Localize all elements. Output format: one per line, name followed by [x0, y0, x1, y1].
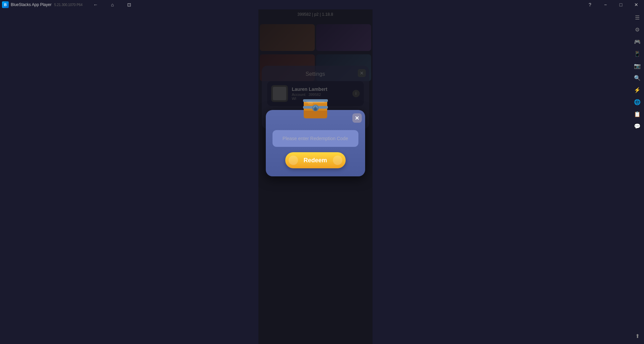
- sidebar-icon-1[interactable]: ☰: [632, 12, 643, 23]
- chest-icon-container: [299, 92, 332, 122]
- sidebar-icon-9[interactable]: 📋: [632, 109, 643, 119]
- window-controls: ? − □ ✕: [582, 0, 644, 9]
- sidebar-icon-2[interactable]: ⚙: [632, 24, 643, 35]
- game-thumb-2: [316, 24, 371, 51]
- user-name: Lauren Lambert: [292, 87, 348, 92]
- svg-point-10: [308, 102, 313, 105]
- game-area: 399582 | p2 | 1.18.8 Settings ✕ Lauren L…: [0, 9, 631, 344]
- sidebar-icon-10[interactable]: 💬: [632, 121, 643, 131]
- redemption-dialog: ✕ Redeem: [266, 110, 365, 176]
- close-button[interactable]: ✕: [629, 0, 644, 9]
- sidebar-icon-4[interactable]: 📱: [632, 48, 643, 59]
- redeem-btn-left-decoration: [289, 156, 298, 165]
- app-title: BlueStacks App Player: [11, 2, 51, 7]
- redeem-button[interactable]: Redeem: [285, 152, 346, 168]
- redeem-btn-right-decoration: [333, 156, 342, 165]
- redemption-close-button[interactable]: ✕: [352, 113, 362, 123]
- titlebar: B BlueStacks App Player 5.21.300.1070 P6…: [0, 0, 644, 9]
- home-button[interactable]: ⌂: [105, 0, 120, 9]
- minimize-button[interactable]: −: [598, 0, 613, 9]
- close-icon: ✕: [355, 115, 359, 121]
- user-avatar: [271, 85, 288, 102]
- svg-rect-8: [314, 108, 317, 111]
- sidebar-icon-6[interactable]: 🔍: [632, 72, 643, 83]
- sidebar-icon-7[interactable]: ⚡: [632, 84, 643, 95]
- app-subtitle: 5.21.300.1070 P64: [54, 3, 83, 7]
- bookmark-button[interactable]: ⊡: [121, 0, 137, 9]
- game-thumb-row-1: [258, 23, 373, 52]
- sidebar-icon-3[interactable]: 🎮: [632, 36, 643, 47]
- settings-title: Settings: [267, 71, 364, 77]
- redeem-label: Redeem: [303, 157, 327, 164]
- world-label: Wl: [292, 97, 296, 101]
- version-text: 399582 | p2 | 1.18.8: [297, 12, 333, 17]
- game-thumb-1: [260, 24, 315, 51]
- help-button[interactable]: ?: [582, 0, 598, 9]
- right-sidebar: ☰ ⚙ 🎮 📱 📷 🔍 ⚡ 🌐 📋 💬 ⬆: [631, 9, 644, 344]
- maximize-button[interactable]: □: [613, 0, 629, 9]
- redemption-input-wrapper: [273, 130, 358, 147]
- info-button: i: [352, 90, 360, 97]
- sidebar-scroll-up[interactable]: ⬆: [632, 331, 643, 341]
- game-viewport: 399582 | p2 | 1.18.8 Settings ✕ Lauren L…: [258, 9, 373, 344]
- settings-close-icon: ✕: [358, 69, 366, 77]
- chest-icon: [300, 93, 331, 120]
- app-icon: B: [2, 1, 9, 8]
- redemption-code-input[interactable]: [273, 130, 358, 147]
- back-button[interactable]: ←: [88, 0, 103, 9]
- sidebar-icon-5[interactable]: 📷: [632, 60, 643, 71]
- sidebar-icon-8[interactable]: 🌐: [632, 97, 643, 107]
